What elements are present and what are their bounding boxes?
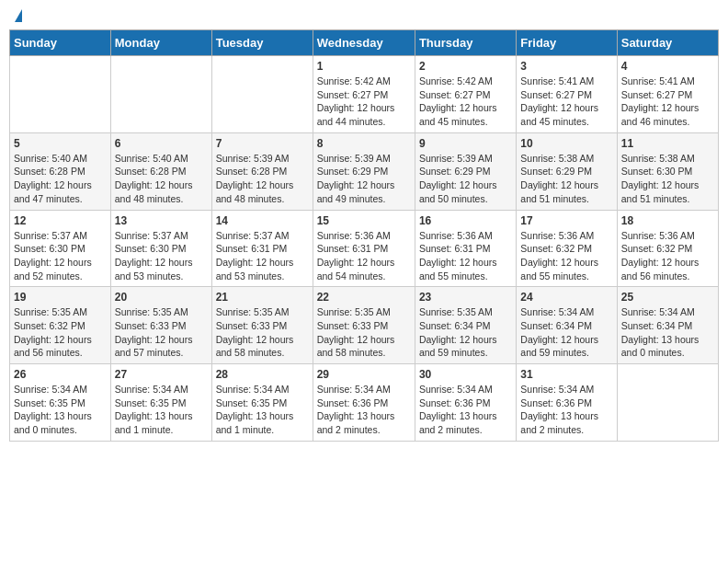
calendar-cell: 20Sunrise: 5:35 AM Sunset: 6:33 PM Dayli… <box>110 287 211 364</box>
cell-info-text: Sunrise: 5:36 AM Sunset: 6:32 PM Dayligh… <box>621 229 714 283</box>
cell-date-number: 28 <box>216 368 309 381</box>
cell-date-number: 8 <box>317 137 411 150</box>
day-header-sunday: Sunday <box>10 30 111 56</box>
cell-info-text: Sunrise: 5:34 AM Sunset: 6:36 PM Dayligh… <box>419 383 512 437</box>
calendar-cell: 23Sunrise: 5:35 AM Sunset: 6:34 PM Dayli… <box>415 287 516 364</box>
calendar-cell: 12Sunrise: 5:37 AM Sunset: 6:30 PM Dayli… <box>10 210 111 287</box>
cell-info-text: Sunrise: 5:37 AM Sunset: 6:30 PM Dayligh… <box>14 229 107 283</box>
cell-info-text: Sunrise: 5:34 AM Sunset: 6:35 PM Dayligh… <box>14 383 107 437</box>
calendar-cell: 6Sunrise: 5:40 AM Sunset: 6:28 PM Daylig… <box>110 132 211 210</box>
cell-date-number: 3 <box>520 60 612 73</box>
cell-info-text: Sunrise: 5:37 AM Sunset: 6:31 PM Dayligh… <box>216 229 309 283</box>
cell-info-text: Sunrise: 5:34 AM Sunset: 6:35 PM Dayligh… <box>216 383 309 437</box>
cell-info-text: Sunrise: 5:41 AM Sunset: 6:27 PM Dayligh… <box>520 75 612 129</box>
cell-info-text: Sunrise: 5:38 AM Sunset: 6:30 PM Dayligh… <box>621 152 714 206</box>
cell-info-text: Sunrise: 5:36 AM Sunset: 6:31 PM Dayligh… <box>419 229 512 283</box>
cell-date-number: 11 <box>621 137 714 150</box>
day-header-thursday: Thursday <box>415 30 516 56</box>
calendar-cell: 14Sunrise: 5:37 AM Sunset: 6:31 PM Dayli… <box>211 210 313 287</box>
cell-info-text: Sunrise: 5:35 AM Sunset: 6:34 PM Dayligh… <box>419 305 512 360</box>
cell-info-text: Sunrise: 5:37 AM Sunset: 6:30 PM Dayligh… <box>115 229 208 283</box>
cell-date-number: 5 <box>14 137 107 150</box>
day-header-saturday: Saturday <box>617 30 718 56</box>
calendar-cell: 19Sunrise: 5:35 AM Sunset: 6:32 PM Dayli… <box>10 287 111 364</box>
calendar-cell: 13Sunrise: 5:37 AM Sunset: 6:30 PM Dayli… <box>110 210 211 287</box>
cell-info-text: Sunrise: 5:34 AM Sunset: 6:36 PM Dayligh… <box>520 383 612 437</box>
calendar-cell <box>10 56 111 133</box>
cell-info-text: Sunrise: 5:39 AM Sunset: 6:29 PM Dayligh… <box>419 152 512 206</box>
logo <box>13 9 22 22</box>
cell-date-number: 30 <box>419 368 512 381</box>
calendar-cell: 26Sunrise: 5:34 AM Sunset: 6:35 PM Dayli… <box>10 364 111 442</box>
cell-date-number: 25 <box>621 291 714 304</box>
cell-date-number: 18 <box>621 214 714 227</box>
calendar-cell: 7Sunrise: 5:39 AM Sunset: 6:28 PM Daylig… <box>211 132 313 210</box>
cell-date-number: 26 <box>14 368 107 381</box>
calendar-cell: 27Sunrise: 5:34 AM Sunset: 6:35 PM Dayli… <box>110 364 211 442</box>
cell-date-number: 21 <box>216 291 309 304</box>
day-header-monday: Monday <box>110 30 211 56</box>
cell-info-text: Sunrise: 5:40 AM Sunset: 6:28 PM Dayligh… <box>14 152 107 206</box>
cell-info-text: Sunrise: 5:34 AM Sunset: 6:34 PM Dayligh… <box>520 305 612 360</box>
calendar-week-row: 19Sunrise: 5:35 AM Sunset: 6:32 PM Dayli… <box>10 287 719 364</box>
logo-triangle-icon <box>15 9 22 22</box>
cell-date-number: 19 <box>14 291 107 304</box>
calendar-cell: 22Sunrise: 5:35 AM Sunset: 6:33 PM Dayli… <box>313 287 415 364</box>
calendar-cell <box>617 364 718 442</box>
cell-info-text: Sunrise: 5:34 AM Sunset: 6:34 PM Dayligh… <box>621 305 714 360</box>
cell-date-number: 14 <box>216 214 309 227</box>
cell-info-text: Sunrise: 5:36 AM Sunset: 6:31 PM Dayligh… <box>317 229 411 283</box>
calendar-cell: 17Sunrise: 5:36 AM Sunset: 6:32 PM Dayli… <box>517 210 617 287</box>
cell-date-number: 13 <box>115 214 208 227</box>
cell-date-number: 7 <box>216 137 309 150</box>
calendar-cell: 29Sunrise: 5:34 AM Sunset: 6:36 PM Dayli… <box>313 364 415 442</box>
calendar-cell: 31Sunrise: 5:34 AM Sunset: 6:36 PM Dayli… <box>517 364 617 442</box>
calendar-cell <box>110 56 211 133</box>
calendar-cell: 8Sunrise: 5:39 AM Sunset: 6:29 PM Daylig… <box>313 132 415 210</box>
cell-info-text: Sunrise: 5:39 AM Sunset: 6:28 PM Dayligh… <box>216 152 309 206</box>
calendar-cell: 18Sunrise: 5:36 AM Sunset: 6:32 PM Dayli… <box>617 210 718 287</box>
calendar-cell: 21Sunrise: 5:35 AM Sunset: 6:33 PM Dayli… <box>211 287 313 364</box>
cell-date-number: 12 <box>14 214 107 227</box>
day-header-friday: Friday <box>517 30 617 56</box>
cell-date-number: 10 <box>520 137 612 150</box>
cell-date-number: 6 <box>115 137 208 150</box>
calendar-cell: 5Sunrise: 5:40 AM Sunset: 6:28 PM Daylig… <box>10 132 111 210</box>
cell-info-text: Sunrise: 5:38 AM Sunset: 6:29 PM Dayligh… <box>520 152 612 206</box>
cell-date-number: 31 <box>520 368 612 381</box>
cell-info-text: Sunrise: 5:42 AM Sunset: 6:27 PM Dayligh… <box>317 75 411 129</box>
cell-info-text: Sunrise: 5:35 AM Sunset: 6:33 PM Dayligh… <box>317 305 411 360</box>
cell-date-number: 17 <box>520 214 612 227</box>
calendar-week-row: 12Sunrise: 5:37 AM Sunset: 6:30 PM Dayli… <box>10 210 719 287</box>
cell-info-text: Sunrise: 5:40 AM Sunset: 6:28 PM Dayligh… <box>115 152 208 206</box>
day-header-wednesday: Wednesday <box>313 30 415 56</box>
calendar-header-row: SundayMondayTuesdayWednesdayThursdayFrid… <box>10 30 719 56</box>
calendar-cell: 4Sunrise: 5:41 AM Sunset: 6:27 PM Daylig… <box>617 56 718 133</box>
cell-info-text: Sunrise: 5:35 AM Sunset: 6:33 PM Dayligh… <box>115 305 208 360</box>
cell-info-text: Sunrise: 5:35 AM Sunset: 6:32 PM Dayligh… <box>14 305 107 360</box>
calendar-cell: 15Sunrise: 5:36 AM Sunset: 6:31 PM Dayli… <box>313 210 415 287</box>
calendar-cell: 1Sunrise: 5:42 AM Sunset: 6:27 PM Daylig… <box>313 56 415 133</box>
day-header-tuesday: Tuesday <box>211 30 313 56</box>
calendar-table: SundayMondayTuesdayWednesdayThursdayFrid… <box>9 29 719 442</box>
calendar-cell: 24Sunrise: 5:34 AM Sunset: 6:34 PM Dayli… <box>517 287 617 364</box>
calendar-cell <box>211 56 313 133</box>
calendar-cell: 25Sunrise: 5:34 AM Sunset: 6:34 PM Dayli… <box>617 287 718 364</box>
calendar-week-row: 1Sunrise: 5:42 AM Sunset: 6:27 PM Daylig… <box>10 56 719 133</box>
cell-date-number: 9 <box>419 137 512 150</box>
cell-info-text: Sunrise: 5:42 AM Sunset: 6:27 PM Dayligh… <box>419 75 512 129</box>
calendar-cell: 9Sunrise: 5:39 AM Sunset: 6:29 PM Daylig… <box>415 132 516 210</box>
calendar-cell: 3Sunrise: 5:41 AM Sunset: 6:27 PM Daylig… <box>517 56 617 133</box>
cell-date-number: 15 <box>317 214 411 227</box>
calendar-week-row: 26Sunrise: 5:34 AM Sunset: 6:35 PM Dayli… <box>10 364 719 442</box>
cell-date-number: 4 <box>621 60 714 73</box>
cell-date-number: 20 <box>115 291 208 304</box>
cell-info-text: Sunrise: 5:41 AM Sunset: 6:27 PM Dayligh… <box>621 75 714 129</box>
cell-info-text: Sunrise: 5:39 AM Sunset: 6:29 PM Dayligh… <box>317 152 411 206</box>
cell-info-text: Sunrise: 5:34 AM Sunset: 6:36 PM Dayligh… <box>317 383 411 437</box>
cell-info-text: Sunrise: 5:35 AM Sunset: 6:33 PM Dayligh… <box>216 305 309 360</box>
cell-date-number: 27 <box>115 368 208 381</box>
cell-info-text: Sunrise: 5:34 AM Sunset: 6:35 PM Dayligh… <box>115 383 208 437</box>
calendar-week-row: 5Sunrise: 5:40 AM Sunset: 6:28 PM Daylig… <box>10 132 719 210</box>
cell-date-number: 22 <box>317 291 411 304</box>
